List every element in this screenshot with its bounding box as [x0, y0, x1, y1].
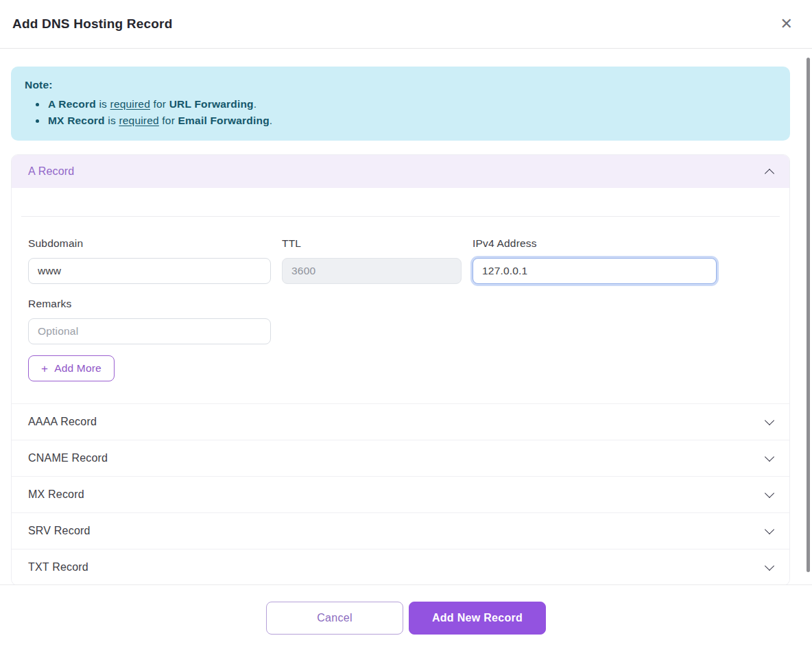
- plus-icon: +: [41, 363, 48, 375]
- note-record-name: A Record: [48, 98, 96, 110]
- vertical-scrollbar[interactable]: [807, 58, 810, 572]
- accordion-header-cname-record[interactable]: CNAME Record: [12, 440, 789, 476]
- form-row-remarks: Remarks: [28, 298, 773, 344]
- remarks-label: Remarks: [28, 298, 271, 310]
- note-box: Note: A Record is required for URL Forwa…: [11, 67, 790, 141]
- accordion-label: SRV Record: [28, 525, 91, 537]
- modal-body: Note: A Record is required for URL Forwa…: [0, 49, 812, 586]
- modal-footer: Cancel Add New Record: [0, 584, 812, 651]
- accordion-header-aaaa-record[interactable]: AAAA Record: [12, 403, 789, 440]
- remarks-field-group: Remarks: [28, 298, 271, 344]
- note-required-text: required: [119, 115, 158, 126]
- chevron-down-icon: [765, 561, 774, 571]
- subdomain-input[interactable]: [28, 258, 271, 284]
- note-heading: Note:: [25, 77, 776, 93]
- note-required-text: required: [110, 98, 150, 110]
- ttl-field-group: TTL: [282, 237, 462, 284]
- ipv4-field-group: IPv4 Address: [473, 237, 717, 284]
- accordion-header-txt-record[interactable]: TXT Record: [12, 549, 789, 585]
- note-list: A Record is required for URL Forwarding.…: [25, 96, 776, 129]
- accordion-label: MX Record: [28, 488, 84, 501]
- chevron-down-icon: [765, 525, 774, 534]
- chevron-down-icon: [765, 416, 774, 425]
- accordion-label: TXT Record: [28, 561, 88, 573]
- accordion-label: CNAME Record: [28, 452, 108, 464]
- subdomain-field-group: Subdomain: [28, 237, 271, 284]
- note-feature-name: URL Forwarding: [169, 98, 254, 110]
- modal-header: Add DNS Hosting Record ✕: [0, 0, 812, 49]
- form-row-main: Subdomain TTL IPv4 Address: [28, 237, 773, 284]
- close-icon[interactable]: ✕: [778, 14, 796, 34]
- ttl-input: [282, 258, 462, 284]
- ipv4-address-label: IPv4 Address: [473, 237, 717, 250]
- accordion-header-a-record[interactable]: A Record: [12, 155, 789, 188]
- dns-record-accordion: A Record Subdomain TTL IPv4 Address: [11, 154, 790, 586]
- chevron-up-icon: [765, 168, 774, 178]
- accordion-label: A Record: [28, 165, 74, 178]
- remarks-input[interactable]: [28, 318, 271, 344]
- ipv4-address-input[interactable]: [473, 258, 717, 284]
- chevron-down-icon: [765, 488, 774, 498]
- a-record-panel: Subdomain TTL IPv4 Address Remarks: [12, 216, 789, 403]
- accordion-label: AAAA Record: [28, 416, 97, 428]
- subdomain-label: Subdomain: [28, 237, 271, 250]
- add-more-label: Add More: [54, 362, 102, 375]
- page-title: Add DNS Hosting Record: [12, 16, 172, 32]
- note-record-name: MX Record: [48, 115, 105, 126]
- panel-divider: [21, 216, 780, 217]
- ttl-label: TTL: [282, 237, 462, 250]
- add-more-button[interactable]: + Add More: [28, 355, 115, 381]
- note-feature-name: Email Forwarding: [178, 115, 270, 126]
- accordion-header-mx-record[interactable]: MX Record: [12, 476, 789, 512]
- cancel-button[interactable]: Cancel: [266, 602, 403, 635]
- note-item-a-record: A Record is required for URL Forwarding.: [47, 96, 776, 113]
- chevron-down-icon: [765, 452, 774, 462]
- note-item-mx-record: MX Record is required for Email Forwardi…: [47, 113, 776, 129]
- add-new-record-button[interactable]: Add New Record: [409, 602, 546, 635]
- accordion-header-srv-record[interactable]: SRV Record: [12, 512, 789, 549]
